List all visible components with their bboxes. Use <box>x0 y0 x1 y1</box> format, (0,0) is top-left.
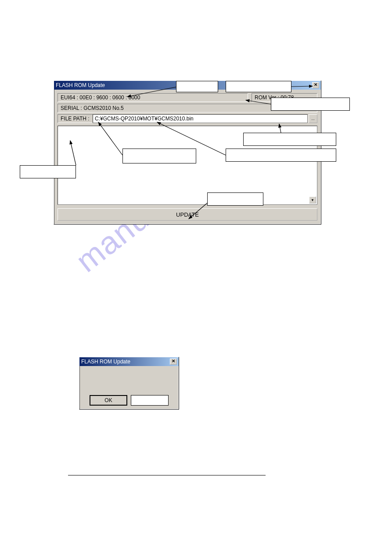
callout-box <box>226 81 291 92</box>
confirm-button-row: OK <box>83 395 175 406</box>
confirm-title: FLASH ROM Update <box>81 359 130 365</box>
file-path-input[interactable]: C:¥GCMS-QP2010¥MOT¥GCMS2010.bin <box>93 114 308 123</box>
callout-box <box>207 192 263 206</box>
confirm-dialog: FLASH ROM Update ✕ OK <box>79 357 179 410</box>
update-button[interactable]: UPDATE <box>58 208 317 221</box>
file-row: FILE PATH : C:¥GCMS-QP2010¥MOT¥GCMS2010.… <box>58 114 317 123</box>
close-button[interactable]: ✕ <box>312 82 319 88</box>
callout-box <box>122 149 196 163</box>
divider-line <box>68 475 266 475</box>
browse-button[interactable]: ... <box>309 114 317 123</box>
callout-box <box>271 98 350 111</box>
callout-box <box>20 165 76 178</box>
callout-box <box>226 149 336 162</box>
confirm-message-area <box>83 370 175 383</box>
window-title: FLASH ROM Update <box>56 82 105 88</box>
callout-box <box>176 81 218 92</box>
cancel-button-placeholder <box>131 395 169 406</box>
confirm-titlebar: FLASH ROM Update ✕ <box>79 357 179 366</box>
ok-button[interactable]: OK <box>90 395 127 406</box>
callout-box <box>243 133 336 146</box>
file-path-label: FILE PATH : <box>58 114 93 123</box>
confirm-close-button[interactable]: ✕ <box>170 359 177 365</box>
scroll-down-icon[interactable]: ▼ <box>309 196 316 203</box>
eui64-field: EUI64 : 00E0 : 9600 : 0600 : 0000 <box>58 93 248 102</box>
confirm-body: OK <box>79 366 179 409</box>
